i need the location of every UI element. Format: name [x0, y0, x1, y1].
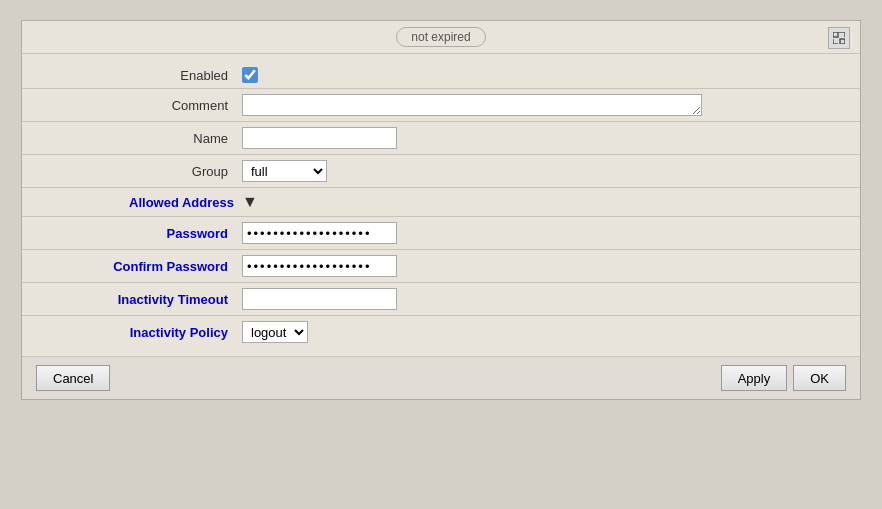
inactivity-timeout-label: Inactivity Timeout — [42, 292, 242, 307]
password-label: Password — [42, 226, 242, 241]
name-field-area — [242, 127, 840, 149]
footer-right-buttons: Apply OK — [721, 365, 846, 391]
expand-icon[interactable] — [828, 27, 850, 49]
enabled-row: Enabled — [22, 62, 860, 89]
name-row: Name — [22, 122, 860, 155]
comment-row: Comment — [22, 89, 860, 122]
enabled-label: Enabled — [42, 68, 242, 83]
password-row: Password — [22, 217, 860, 250]
name-input[interactable] — [242, 127, 397, 149]
confirm-password-input[interactable] — [242, 255, 397, 277]
allowed-address-row: Allowed Address ▼ — [22, 188, 860, 217]
enabled-checkbox[interactable] — [242, 67, 258, 83]
cancel-button[interactable]: Cancel — [36, 365, 110, 391]
group-field-area: full read-only write — [242, 160, 840, 182]
confirm-password-field-area — [242, 255, 840, 277]
form-area: Enabled Comment Name Gr — [22, 54, 860, 348]
inactivity-timeout-field-area: 00:20:00 — [242, 288, 840, 310]
top-bar: not expired — [22, 21, 860, 54]
inactivity-policy-field-area: logout lock — [242, 321, 840, 343]
comment-label: Comment — [42, 98, 242, 113]
password-field-area — [242, 222, 840, 244]
inactivity-policy-label: Inactivity Policy — [42, 325, 242, 340]
confirm-password-label: Confirm Password — [42, 259, 242, 274]
inactivity-timeout-input[interactable]: 00:20:00 — [242, 288, 397, 310]
confirm-password-row: Confirm Password — [22, 250, 860, 283]
inactivity-timeout-row: Inactivity Timeout 00:20:00 — [22, 283, 860, 316]
inactivity-policy-row: Inactivity Policy logout lock — [22, 316, 860, 348]
comment-input[interactable] — [242, 94, 702, 116]
password-input[interactable] — [242, 222, 397, 244]
group-row: Group full read-only write — [22, 155, 860, 188]
dialog-footer: Cancel Apply OK — [22, 356, 860, 399]
enabled-field-area — [242, 67, 840, 83]
svg-rect-1 — [840, 39, 845, 44]
group-label: Group — [42, 164, 242, 179]
name-label: Name — [42, 131, 242, 146]
chevron-down-icon[interactable]: ▼ — [242, 193, 258, 211]
comment-field-area — [242, 94, 840, 116]
inactivity-policy-select[interactable]: logout lock — [242, 321, 308, 343]
svg-rect-0 — [833, 32, 838, 37]
status-badge: not expired — [396, 27, 485, 47]
group-select[interactable]: full read-only write — [242, 160, 327, 182]
apply-button[interactable]: Apply — [721, 365, 788, 391]
ok-button[interactable]: OK — [793, 365, 846, 391]
allowed-address-label: Allowed Address — [42, 195, 242, 210]
